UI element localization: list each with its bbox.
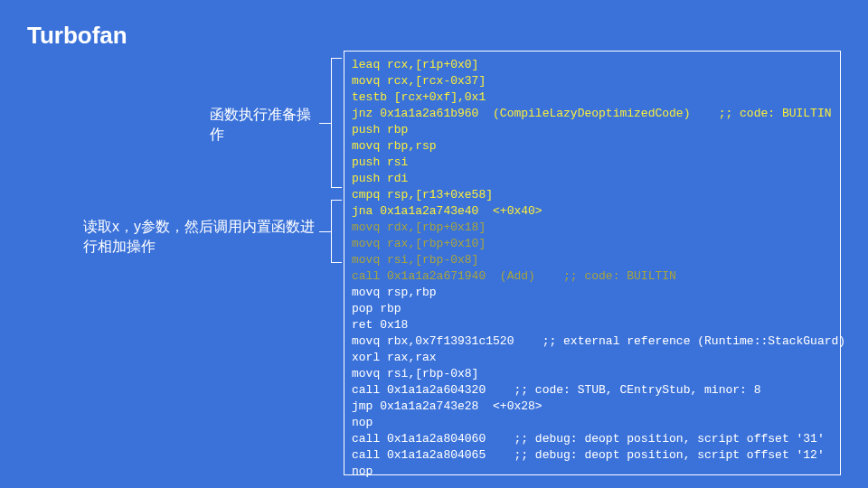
asm-line: leaq rcx,[rip+0x0] bbox=[352, 57, 833, 73]
asm-line: push rdi bbox=[352, 171, 833, 187]
asm-line: call 0x1a1a2a604320 ;; code: STUB, CEntr… bbox=[352, 382, 833, 399]
asm-line: testb [rcx+0xf],0x1 bbox=[352, 89, 833, 106]
asm-line: movq rsi,[rbp-0x8] bbox=[352, 252, 833, 268]
asm-line: movq rsp,rbp bbox=[352, 285, 833, 301]
asm-line: movq rbp,rsp bbox=[352, 138, 833, 155]
asm-line: jmp 0x1a1a2a743e28 <+0x28> bbox=[352, 399, 833, 415]
asm-line: nop bbox=[352, 464, 833, 480]
assembly-listing: leaq rcx,[rip+0x0] movq rcx,[rcx-0x37] t… bbox=[344, 51, 841, 475]
asm-line: nop bbox=[352, 415, 833, 431]
annotation-read-params: 读取x，y参数，然后调用内置函数进行相加操作 bbox=[83, 217, 318, 257]
asm-line: call 0x1a1a2a671940 (Add) ;; code: BUILT… bbox=[352, 268, 833, 285]
annotation-function-prep: 函数执行准备操作 bbox=[210, 105, 318, 145]
asm-line: movq rcx,[rcx-0x37] bbox=[352, 73, 833, 89]
bracket-block1 bbox=[331, 58, 342, 188]
asm-line: push rbp bbox=[352, 122, 833, 138]
asm-line: pop rbp bbox=[352, 301, 833, 317]
asm-line: ret 0x18 bbox=[352, 317, 833, 333]
asm-line: movq rbx,0x7f13931c1520 ;; external refe… bbox=[352, 333, 833, 350]
asm-line: movq rax,[rbp+0x10] bbox=[352, 236, 833, 252]
page-title: Turbofan bbox=[27, 22, 127, 50]
asm-line: jnz 0x1a1a2a61b960 (CompileLazyDeoptimiz… bbox=[352, 106, 833, 122]
asm-line: movq rdx,[rbp+0x18] bbox=[352, 220, 833, 236]
asm-line: jna 0x1a1a2a743e40 <+0x40> bbox=[352, 203, 833, 220]
bracket-block2 bbox=[331, 200, 342, 263]
asm-line: call 0x1a1a2a804060 ;; debug: deopt posi… bbox=[352, 431, 833, 447]
asm-line: xorl rax,rax bbox=[352, 350, 833, 366]
asm-line: cmpq rsp,[r13+0xe58] bbox=[352, 187, 833, 203]
asm-line: call 0x1a1a2a804065 ;; debug: deopt posi… bbox=[352, 447, 833, 464]
asm-line: movq rsi,[rbp-0x8] bbox=[352, 366, 833, 382]
asm-line: push rsi bbox=[352, 155, 833, 171]
